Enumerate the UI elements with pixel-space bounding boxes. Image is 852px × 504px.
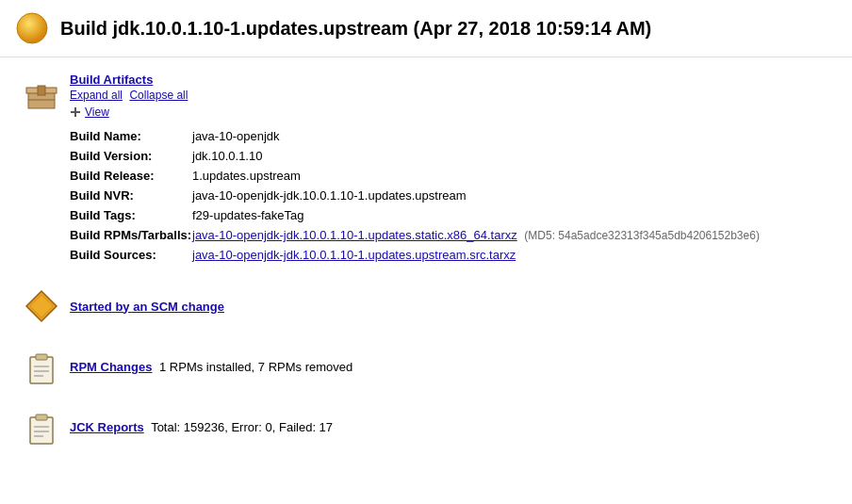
build-artifacts-section: Build Artifacts Expand all Collapse all … [23,73,829,265]
build-rpms-label: Build RPMs/Tarballs: [70,228,192,242]
build-sources-value: java-10-openjdk-jdk.10.0.1.10-1.updates.… [192,248,516,262]
jck-content: JCK Reports Total: 159236, Error: 0, Fai… [70,420,333,434]
build-name-value: java-10-openjdk [192,129,280,143]
scm-section: Started by an SCM change [23,287,829,325]
view-link[interactable]: View [85,106,109,119]
page-header: Build jdk.10.0.1.10-1.updates.upstream (… [0,0,852,57]
build-version-label: Build Version: [70,149,192,163]
rpm-section: RPM Changes 1 RPMs installed, 7 RPMs rem… [23,348,829,385]
svg-rect-6 [71,111,80,113]
build-nvr-value: java-10-openjdk-jdk.10.0.1.10-1.updates.… [192,188,467,203]
build-rpms-md5: (MD5: 54a5adce32313f345a5db4206152b3e6) [524,229,760,242]
artifacts-content: Build Artifacts Expand all Collapse all … [70,73,829,265]
build-nvr-label: Build NVR: [70,188,192,203]
jck-text: Total: 159236, Error: 0, Failed: 17 [151,420,333,434]
build-tags-value: f29-updates-fakeTag [192,208,304,222]
svg-rect-9 [30,357,53,383]
build-release-row: Build Release: 1.updates.upstream [70,166,829,186]
build-sources-link[interactable]: java-10-openjdk-jdk.10.0.1.10-1.updates.… [192,248,516,262]
build-sources-row: Build Sources: java-10-openjdk-jdk.10.0.… [70,245,829,265]
artifacts-title-link[interactable]: Build Artifacts [70,73,153,87]
svg-rect-3 [38,86,45,95]
main-content: Build Artifacts Expand all Collapse all … [0,57,852,483]
jck-title-link[interactable]: JCK Reports [70,420,144,434]
build-name-row: Build Name: java-10-openjdk [70,126,829,146]
build-name-label: Build Name: [70,129,192,143]
build-rpms-link[interactable]: java-10-openjdk-jdk.10.0.1.10-1.updates.… [192,228,517,242]
rpm-icon [23,348,60,385]
jck-icon [23,408,60,446]
artifacts-icon [23,74,60,112]
rpm-text: 1 RPMs installed, 7 RPMs removed [159,360,352,374]
svg-rect-14 [30,417,53,444]
svg-point-0 [17,13,47,43]
build-sources-label: Build Sources: [70,248,192,262]
build-version-value: jdk.10.0.1.10 [192,149,262,163]
svg-rect-10 [36,354,47,360]
scm-icon [23,287,60,325]
build-release-value: 1.updates.upstream [192,169,301,183]
scm-title-link[interactable]: Started by an SCM change [70,300,224,314]
expand-all-link[interactable]: Expand all [70,89,123,102]
artifacts-controls: Expand all Collapse all [70,89,829,102]
build-tags-row: Build Tags: f29-updates-fakeTag [70,205,829,225]
build-version-row: Build Version: jdk.10.0.1.10 [70,146,829,166]
view-link-container: View [70,106,829,119]
artifacts-header: Build Artifacts Expand all Collapse all … [23,73,829,265]
build-info-table: Build Name: java-10-openjdk Build Versio… [70,126,829,265]
build-status-icon [15,11,49,45]
build-tags-label: Build Tags: [70,208,192,222]
rpm-content: RPM Changes 1 RPMs installed, 7 RPMs rem… [70,360,352,374]
jck-section: JCK Reports Total: 159236, Error: 0, Fai… [23,408,829,446]
collapse-all-link[interactable]: Collapse all [129,89,188,102]
page-title: Build jdk.10.0.1.10-1.updates.upstream (… [60,18,651,40]
build-nvr-row: Build NVR: java-10-openjdk-jdk.10.0.1.10… [70,186,829,205]
build-release-label: Build Release: [70,169,192,183]
svg-rect-15 [36,415,47,420]
rpm-title-link[interactable]: RPM Changes [70,360,152,374]
plus-icon [70,106,81,118]
build-rpms-row: Build RPMs/Tarballs: java-10-openjdk-jdk… [70,225,829,245]
build-rpms-value: java-10-openjdk-jdk.10.0.1.10-1.updates.… [192,228,760,242]
